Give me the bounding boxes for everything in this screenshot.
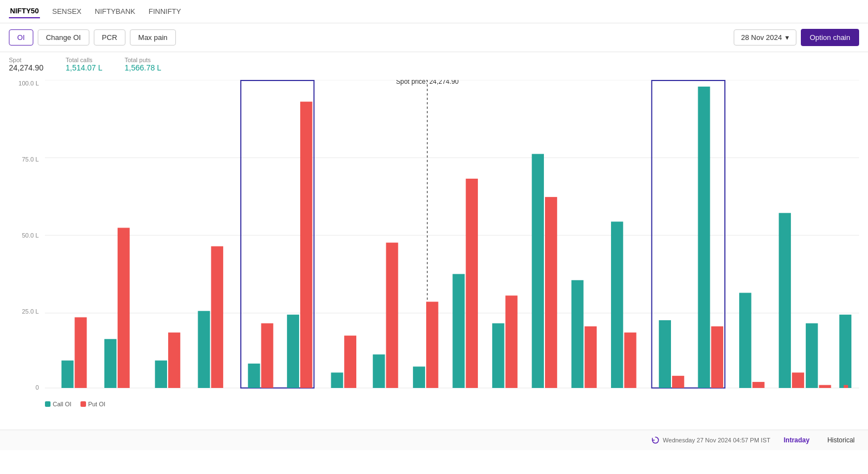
svg-rect-31 (452, 274, 465, 388)
chart-container: 100.0 L 75.0 L 50.0 L 25.0 L 0 Spot pric… (0, 74, 868, 430)
stats-row: Spot 24,274.90 Total calls 1,514.07 L To… (0, 52, 868, 74)
svg-rect-55 (819, 385, 831, 388)
svg-rect-49 (739, 293, 751, 388)
y-label-75: 75.0 L (9, 156, 42, 163)
intraday-button[interactable]: Intraday (779, 435, 814, 446)
refresh-icon (652, 436, 659, 444)
y-label-0: 0 (9, 384, 42, 391)
timestamp-text: Wednesday 27 Nov 2024 04:57 PM IST (663, 437, 770, 443)
svg-rect-13 (168, 332, 180, 388)
svg-rect-12 (155, 361, 167, 389)
chart-svg: Spot price: 24,274.90 23,800 23,900 (45, 80, 859, 391)
svg-rect-38 (572, 280, 584, 388)
svg-rect-54 (806, 323, 818, 388)
svg-rect-21 (300, 102, 312, 388)
svg-rect-7 (62, 361, 74, 389)
svg-rect-53 (792, 372, 804, 388)
svg-rect-32 (466, 179, 478, 388)
call-legend-color (45, 401, 51, 407)
spot-label: Spot (9, 57, 43, 63)
svg-rect-18 (248, 364, 260, 388)
svg-rect-34 (506, 296, 518, 389)
svg-rect-57 (839, 315, 851, 388)
svg-rect-24 (344, 336, 356, 388)
toolbar: OI Change OI PCR Max pain 28 Nov 2024 ▾ … (0, 23, 868, 52)
historical-button[interactable]: Historical (823, 435, 859, 446)
y-label-25: 25.0 L (9, 308, 42, 315)
call-oi-legend: Call OI (45, 401, 72, 407)
spot-value: 24,274.90 (9, 63, 43, 72)
svg-rect-19 (261, 323, 274, 388)
legend: Call OI Put OI (45, 401, 105, 407)
y-axis: 100.0 L 75.0 L 50.0 L 25.0 L 0 (9, 80, 42, 391)
svg-rect-28 (413, 366, 425, 388)
y-label-50: 50.0 L (9, 232, 42, 239)
svg-rect-23 (331, 372, 343, 388)
top-nav: NIFTY50 SENSEX NIFTYBANK FINNIFTY (0, 0, 868, 23)
svg-rect-16 (211, 246, 223, 388)
svg-rect-20 (287, 315, 299, 388)
oi-button[interactable]: OI (9, 29, 33, 46)
option-chain-button[interactable]: Option chain (801, 29, 859, 46)
svg-rect-45 (672, 376, 684, 388)
svg-rect-37 (545, 197, 557, 388)
svg-rect-33 (492, 323, 504, 388)
spot-stat: Spot 24,274.90 (9, 57, 43, 72)
total-puts-stat: Total puts 1,566.78 L (124, 57, 161, 72)
footer: Wednesday 27 Nov 2024 04:57 PM IST Intra… (0, 430, 868, 450)
svg-rect-15 (198, 311, 210, 388)
max-pain-button[interactable]: Max pain (130, 29, 176, 46)
put-legend-label: Put OI (88, 401, 105, 407)
total-puts-label: Total puts (124, 57, 161, 63)
svg-rect-58 (844, 385, 848, 388)
svg-rect-8 (75, 317, 87, 388)
svg-rect-10 (104, 339, 117, 388)
date-selector[interactable]: 28 Nov 2024 ▾ (734, 29, 796, 46)
svg-rect-46 (698, 87, 710, 388)
total-calls-label: Total calls (65, 57, 102, 63)
footer-timestamp: Wednesday 27 Nov 2024 04:57 PM IST (652, 436, 770, 444)
put-oi-legend: Put OI (80, 401, 105, 407)
svg-rect-11 (118, 228, 130, 388)
nav-nifty50[interactable]: NIFTY50 (9, 4, 40, 18)
nav-finnifty[interactable]: FINNIFTY (148, 5, 183, 18)
svg-rect-39 (584, 326, 597, 388)
total-puts-value: 1,566.78 L (124, 63, 161, 72)
total-calls-value: 1,514.07 L (65, 63, 102, 72)
svg-rect-50 (753, 382, 765, 388)
svg-rect-47 (711, 326, 723, 388)
chevron-down-icon: ▾ (785, 33, 789, 42)
svg-rect-42 (624, 332, 637, 388)
svg-rect-41 (611, 221, 623, 388)
svg-rect-26 (373, 355, 385, 388)
svg-rect-27 (386, 243, 398, 388)
y-label-100: 100.0 L (9, 80, 42, 87)
svg-rect-52 (779, 213, 791, 388)
nav-sensex[interactable]: SENSEX (51, 5, 83, 18)
chart-inner: 100.0 L 75.0 L 50.0 L 25.0 L 0 Spot pric… (9, 80, 859, 407)
svg-rect-29 (426, 302, 438, 388)
pcr-button[interactable]: PCR (94, 29, 125, 46)
svg-text:Spot price: 24,274.90: Spot price: 24,274.90 (396, 80, 458, 85)
nav-niftybank[interactable]: NIFTYBANK (94, 5, 137, 18)
put-legend-color (80, 401, 86, 407)
svg-rect-44 (659, 320, 671, 388)
total-calls-stat: Total calls 1,514.07 L (65, 57, 102, 72)
call-legend-label: Call OI (53, 401, 72, 407)
change-oi-button[interactable]: Change OI (38, 29, 89, 46)
svg-rect-36 (532, 154, 544, 388)
